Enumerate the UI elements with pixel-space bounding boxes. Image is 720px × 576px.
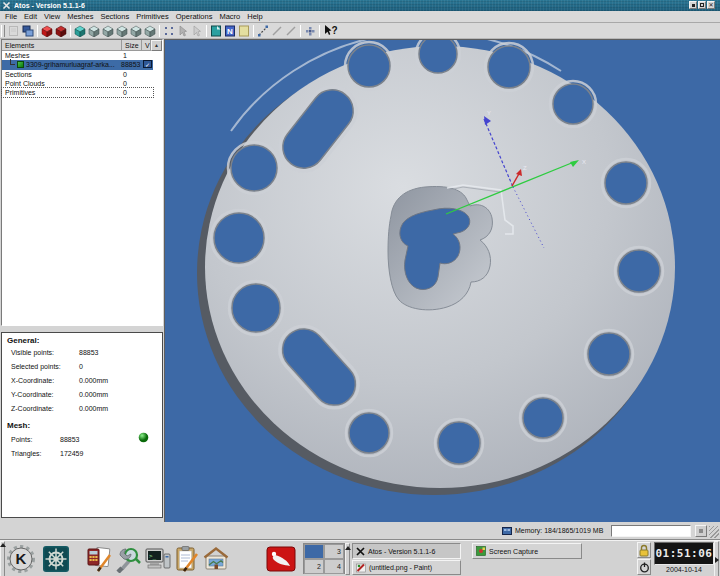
window-title: Atos - Version 5.1.1-6 xyxy=(14,0,85,11)
lock-icon xyxy=(638,544,650,557)
main-toolbar: N ? xyxy=(0,23,720,39)
toolbar-handle[interactable] xyxy=(1,25,5,37)
menu-file[interactable]: File xyxy=(5,11,17,23)
menu-edit[interactable]: Edit xyxy=(24,11,37,23)
red-cube-icon[interactable] xyxy=(40,24,54,38)
maximize-button[interactable] xyxy=(698,1,706,9)
calculator-notes-button[interactable] xyxy=(84,543,114,574)
mesh-icon xyxy=(17,61,24,68)
gray-cube-4-icon[interactable] xyxy=(129,24,143,38)
home-folder-button[interactable] xyxy=(201,543,231,574)
tree-row-mesh-item[interactable]: 3309-grihamurluagraf-arka... 88853 ✓ xyxy=(2,60,153,70)
close-button[interactable]: ✕ xyxy=(707,1,715,9)
date-display[interactable]: 2004-10-14 xyxy=(650,566,718,573)
disc-hole xyxy=(523,398,563,438)
title-bar[interactable]: Atos - Version 5.1.1-6 xyxy=(0,0,720,11)
toolbox-button[interactable] xyxy=(113,543,143,574)
elements-panel: Elements Size V ▲ Meshes 1 3309-grihamur… xyxy=(1,39,163,326)
align-points-icon[interactable] xyxy=(303,24,317,38)
home-icon xyxy=(202,546,230,572)
mesh-title: Mesh: xyxy=(7,421,30,430)
page-teal-icon[interactable] xyxy=(209,24,223,38)
text-editor-button[interactable] xyxy=(172,543,202,574)
desktop-4[interactable]: 4 xyxy=(324,559,344,574)
task-screen-capture[interactable]: Screen Capture xyxy=(472,543,582,559)
control-center-button[interactable] xyxy=(41,543,71,574)
desktop-2[interactable]: 2 xyxy=(304,559,324,574)
gray-cube-5-icon[interactable] xyxy=(143,24,157,38)
gray-cube-3-icon[interactable] xyxy=(115,24,129,38)
menu-meshes[interactable]: Meshes xyxy=(67,11,93,23)
cursor-arrow-2-icon[interactable] xyxy=(190,24,204,38)
desktop-3[interactable]: 3 xyxy=(324,544,344,559)
x-axis-label: X xyxy=(582,159,586,165)
whats-this-icon[interactable]: ? xyxy=(322,24,340,38)
panel-hide-right[interactable] xyxy=(714,541,719,576)
y-coordinate-value: 0.000mm xyxy=(79,391,108,398)
menu-view[interactable]: View xyxy=(44,11,60,23)
scan-mesh-scene: X Y Z xyxy=(165,40,720,523)
general-title: General: xyxy=(7,336,39,345)
minimize-button[interactable] xyxy=(689,1,697,9)
visibility-checkbox[interactable]: ✓ xyxy=(143,60,152,68)
tree-row-point-clouds[interactable]: Point Clouds 0 xyxy=(2,79,153,88)
tree-connector xyxy=(10,59,15,65)
clipboard-pencil-icon xyxy=(174,545,200,573)
menu-bar: File Edit View Meshes Sections Primitive… xyxy=(0,11,720,23)
page-yellow-icon[interactable] xyxy=(237,24,251,38)
menu-operations[interactable]: Operations xyxy=(176,11,213,23)
menu-primitives[interactable]: Primitives xyxy=(136,11,169,23)
menu-sections[interactable]: Sections xyxy=(100,11,129,23)
digital-clock[interactable]: 01:51:06 xyxy=(654,542,714,565)
disc-hole xyxy=(349,413,389,453)
info-panel: General: Visible points:88853 Selected p… xyxy=(1,332,163,518)
teal-cube-icon[interactable] xyxy=(73,24,87,38)
z-coordinate-value: 0.000mm xyxy=(79,405,108,412)
scroll-up-button[interactable]: ▲ xyxy=(151,40,162,51)
column-size[interactable]: Size xyxy=(122,40,142,51)
konsole-button[interactable]: >_ xyxy=(143,543,173,574)
terminal-computer-icon: >_ xyxy=(144,546,172,572)
tree-row-primitives[interactable]: Primitives 0 xyxy=(2,88,153,97)
menu-help[interactable]: Help xyxy=(247,11,262,23)
menu-macro[interactable]: Macro xyxy=(219,11,240,23)
visible-points-label: Visible points: xyxy=(11,349,54,356)
new-disabled-icon[interactable] xyxy=(7,24,21,38)
red-cube-dark-icon[interactable] xyxy=(54,24,68,38)
disc-hole xyxy=(438,422,480,464)
x-coordinate-value: 0.000mm xyxy=(79,377,108,384)
column-visibility[interactable]: V xyxy=(142,40,151,51)
screen-capture-tool-button[interactable] xyxy=(266,543,296,574)
cursor-arrow-icon[interactable] xyxy=(176,24,190,38)
tasklist-arrow[interactable] xyxy=(345,543,350,575)
elements-header: Elements Size V ▲ xyxy=(2,40,162,51)
gray-cube-1-icon[interactable] xyxy=(87,24,101,38)
diagonal-dashed-line-icon[interactable] xyxy=(256,24,270,38)
disc-hole xyxy=(419,40,457,73)
selection-corners-icon[interactable] xyxy=(162,24,176,38)
disc-hole xyxy=(232,284,280,332)
diagonal-line-2-icon[interactable] xyxy=(284,24,298,38)
disc-hole xyxy=(488,46,530,88)
column-elements[interactable]: Elements xyxy=(2,40,122,51)
visible-points-value: 88853 xyxy=(79,349,98,356)
page-blue-icon[interactable]: N xyxy=(223,24,237,38)
diagonal-line-icon[interactable] xyxy=(270,24,284,38)
status-small-button[interactable] xyxy=(695,525,707,537)
tree-row-sections[interactable]: Sections 0 xyxy=(2,70,153,79)
svg-text:?: ? xyxy=(331,25,337,36)
gray-cube-2-icon[interactable] xyxy=(101,24,115,38)
k-menu-button[interactable]: K xyxy=(6,543,36,574)
resize-grip[interactable] xyxy=(709,526,719,538)
desktop-1[interactable] xyxy=(304,544,324,559)
tree-row-meshes[interactable]: Meshes 1 xyxy=(2,51,153,60)
logout-button[interactable] xyxy=(637,559,651,575)
task-paint[interactable]: (untitled.png - Paint) xyxy=(352,560,461,575)
windows-icon[interactable] xyxy=(21,24,35,38)
disc-hole xyxy=(605,162,647,204)
panel-hide-left[interactable] xyxy=(0,541,5,576)
viewport-3d[interactable]: X Y Z xyxy=(164,39,720,522)
lock-session-button[interactable] xyxy=(637,542,651,558)
svg-text:>_: >_ xyxy=(149,552,157,560)
task-atos[interactable]: Atos - Version 5.1.1-6 xyxy=(352,543,461,559)
